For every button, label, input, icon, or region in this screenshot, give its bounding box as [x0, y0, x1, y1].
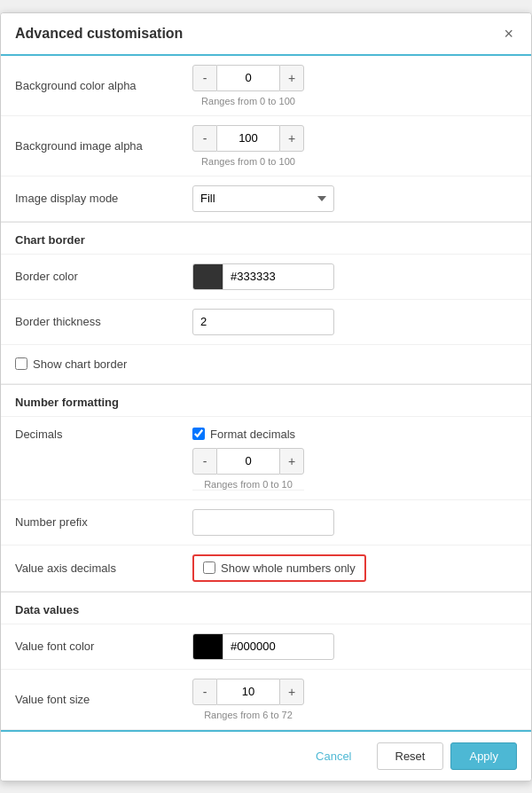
- show-chart-border-row: Show chart border: [1, 345, 531, 384]
- value-font-size-control: - + Ranges from 6 to 72: [192, 679, 517, 720]
- value-font-color-input[interactable]: [192, 633, 334, 660]
- value-font-size-label: Value font size: [15, 693, 192, 706]
- bg-image-alpha-range: Ranges from 0 to 100: [201, 156, 295, 167]
- whole-numbers-checkbox[interactable]: [203, 561, 215, 574]
- bg-color-alpha-spinner: - + Ranges from 0 to 100: [192, 65, 304, 106]
- image-display-mode-row: Image display mode Fill Fit Stretch Cent…: [1, 177, 531, 222]
- data-values-section: Data values: [1, 592, 531, 624]
- value-font-color-control: [192, 633, 517, 660]
- dialog-footer: Cancel Reset Apply: [1, 730, 531, 781]
- number-prefix-control: [192, 509, 517, 536]
- border-thickness-row: Border thickness: [1, 300, 531, 345]
- value-font-color-swatch[interactable]: [193, 633, 223, 660]
- bg-color-alpha-control: - + Ranges from 0 to 100: [192, 65, 517, 106]
- format-decimals-row: Format decimals: [192, 428, 304, 441]
- bg-image-alpha-spinner-row: - +: [192, 125, 304, 152]
- decimals-input[interactable]: [217, 448, 279, 475]
- border-color-text[interactable]: [223, 270, 334, 283]
- value-font-size-row: Value font size - + Ranges from 6 to 72: [1, 670, 531, 730]
- bg-color-alpha-plus[interactable]: +: [279, 65, 304, 91]
- border-thickness-label: Border thickness: [15, 315, 192, 328]
- value-font-size-input[interactable]: [217, 679, 279, 705]
- dialog-body: Background color alpha - + Ranges from 0…: [1, 56, 531, 730]
- value-font-size-range: Ranges from 6 to 72: [204, 710, 293, 720]
- apply-button[interactable]: Apply: [450, 742, 517, 770]
- show-chart-border-label[interactable]: Show chart border: [33, 357, 127, 371]
- bg-image-alpha-spinner: - + Ranges from 0 to 100: [192, 125, 304, 167]
- decimals-spinner: - + Ranges from 0 to 10: [192, 448, 304, 490]
- border-color-swatch[interactable]: [193, 263, 223, 290]
- decimals-label: Decimals: [15, 428, 192, 441]
- value-axis-decimals-highlighted: Show whole numbers only: [192, 554, 366, 582]
- bg-color-alpha-minus[interactable]: -: [192, 65, 217, 91]
- decimals-row: Decimals Format decimals - + Ranges from…: [1, 417, 531, 500]
- decimals-minus[interactable]: -: [192, 448, 217, 475]
- value-axis-decimals-label: Value axis decimals: [15, 561, 192, 575]
- image-display-mode-label: Image display mode: [15, 192, 192, 205]
- value-font-size-spinner-row: - +: [192, 679, 304, 705]
- number-prefix-row: Number prefix: [1, 500, 531, 546]
- bg-image-alpha-control: - + Ranges from 0 to 100: [192, 125, 517, 167]
- border-color-input[interactable]: [192, 263, 334, 290]
- dialog-title: Advanced customisation: [15, 26, 183, 42]
- image-display-mode-control: Fill Fit Stretch Center Tile: [192, 185, 517, 212]
- bg-color-alpha-spinner-row: - +: [192, 65, 304, 91]
- bg-color-alpha-row: Background color alpha - + Ranges from 0…: [1, 56, 531, 116]
- show-chart-border-checkbox[interactable]: [15, 357, 27, 370]
- cancel-button[interactable]: Cancel: [298, 742, 369, 770]
- value-font-color-text[interactable]: [223, 640, 334, 653]
- border-color-row: Border color: [1, 255, 531, 300]
- value-font-size-spinner: - + Ranges from 6 to 72: [192, 679, 304, 720]
- decimals-spinner-row: - +: [192, 448, 304, 475]
- format-decimals-checkbox[interactable]: [192, 428, 205, 440]
- bg-color-alpha-range: Ranges from 0 to 100: [201, 96, 295, 106]
- value-font-size-plus[interactable]: +: [279, 679, 304, 705]
- number-prefix-input[interactable]: [192, 509, 334, 536]
- bg-image-alpha-row: Background image alpha - + Ranges from 0…: [1, 116, 531, 177]
- value-font-color-row: Value font color: [1, 624, 531, 670]
- format-decimals-label[interactable]: Format decimals: [210, 428, 295, 441]
- value-font-color-label: Value font color: [15, 640, 192, 653]
- number-formatting-section: Number formatting: [1, 384, 531, 417]
- decimals-plus[interactable]: +: [279, 448, 304, 475]
- bg-image-alpha-minus[interactable]: -: [192, 125, 217, 152]
- border-thickness-control: [192, 309, 517, 335]
- reset-button[interactable]: Reset: [377, 742, 444, 770]
- value-font-size-minus[interactable]: -: [192, 679, 217, 705]
- bg-image-alpha-plus[interactable]: +: [279, 125, 304, 152]
- advanced-customisation-dialog: Advanced customisation × Background colo…: [0, 12, 532, 781]
- bg-image-alpha-input[interactable]: [217, 125, 279, 152]
- dialog-header: Advanced customisation ×: [1, 13, 531, 56]
- decimals-control: Format decimals - + Ranges from 0 to 10: [192, 428, 517, 491]
- image-display-mode-select[interactable]: Fill Fit Stretch Center Tile: [192, 185, 334, 212]
- bg-image-alpha-label: Background image alpha: [15, 139, 192, 153]
- border-thickness-input[interactable]: [192, 309, 334, 335]
- decimals-section-inner: Format decimals - + Ranges from 0 to 10: [192, 428, 304, 491]
- close-button[interactable]: ×: [500, 26, 517, 42]
- whole-numbers-label[interactable]: Show whole numbers only: [221, 561, 356, 575]
- show-chart-border-control: Show chart border: [15, 357, 517, 371]
- border-color-label: Border color: [15, 270, 192, 283]
- chart-border-section: Chart border: [1, 222, 531, 255]
- bg-color-alpha-input[interactable]: [217, 65, 279, 91]
- value-axis-decimals-control: Show whole numbers only: [192, 554, 517, 582]
- value-axis-decimals-row: Value axis decimals Show whole numbers o…: [1, 546, 531, 592]
- decimals-range: Ranges from 0 to 10: [204, 479, 293, 490]
- show-chart-border-checkbox-row: Show chart border: [15, 357, 127, 371]
- bg-color-alpha-label: Background color alpha: [15, 79, 192, 92]
- border-color-control: [192, 263, 517, 290]
- number-prefix-label: Number prefix: [15, 515, 192, 529]
